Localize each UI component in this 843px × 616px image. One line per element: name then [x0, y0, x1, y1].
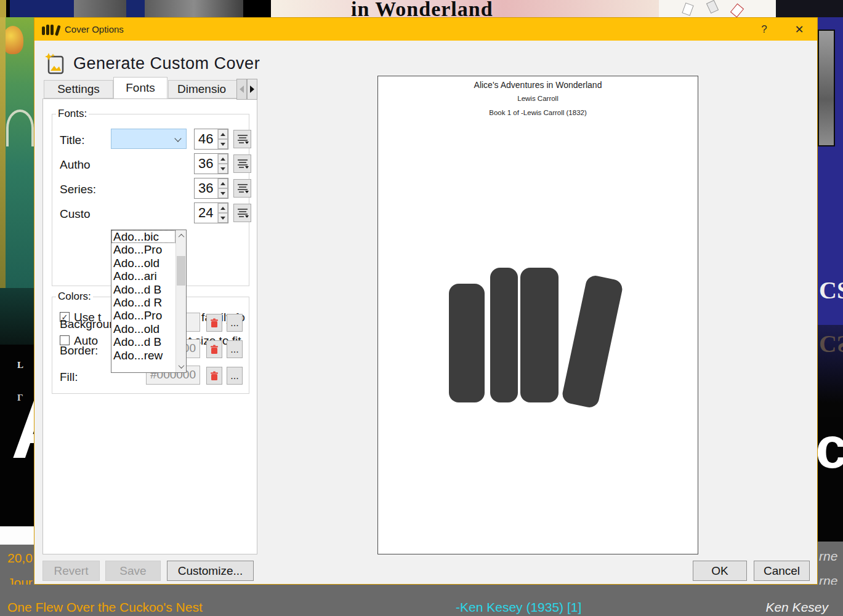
- tab-fonts[interactable]: Fonts: [113, 77, 167, 98]
- series-size-spinner[interactable]: 36: [194, 178, 228, 199]
- spin-down-button[interactable]: [218, 164, 228, 174]
- spin-down-button[interactable]: [218, 213, 228, 223]
- dropdown-item[interactable]: Ado...d R: [111, 296, 175, 309]
- fonts-tab-panel: Fonts: Title: Autho Series: Custo 46 36 …: [42, 98, 257, 554]
- font-family-dropdown-list[interactable]: Ado...bic Ado...Pro Ado...old Ado...ari …: [111, 230, 187, 373]
- dropdown-item[interactable]: Ado...old: [111, 257, 175, 270]
- left-dark: L Γ A: [0, 345, 34, 526]
- custom-align-button[interactable]: [233, 204, 251, 222]
- spin-down-button[interactable]: [218, 139, 228, 149]
- dropdown-item[interactable]: Ado...d B: [111, 335, 175, 348]
- right-big-letter: c: [815, 414, 843, 481]
- title-font-combobox[interactable]: [111, 129, 187, 149]
- chevron-down-icon: [174, 135, 181, 142]
- custom-font-label: Custo: [60, 207, 91, 221]
- calibre-logo-icon: [42, 24, 59, 35]
- dropdown-scrollbar[interactable]: [175, 230, 186, 372]
- tab-scroll-right-button[interactable]: [247, 79, 257, 100]
- align-center-icon: [236, 132, 249, 146]
- cover-photo-1: [74, 0, 126, 17]
- right-row-fragment-1: rne: [819, 549, 837, 564]
- cancel-button[interactable]: Cancel: [754, 561, 810, 581]
- left-spine-olive: [0, 17, 6, 288]
- spin-up-button[interactable]: [218, 178, 228, 188]
- book-list-row[interactable]: One Flew Over the Cuckoo's Nest -Ken Kes…: [0, 598, 843, 616]
- scroll-down-button[interactable]: [176, 361, 186, 372]
- fill-pick-button[interactable]: ...: [227, 367, 243, 385]
- border-color-label: Border:: [60, 344, 98, 358]
- dropdown-item[interactable]: Ado...Pro: [111, 309, 175, 322]
- revert-button[interactable]: Revert: [42, 561, 100, 581]
- tab-settings[interactable]: Settings: [44, 80, 113, 98]
- background-clear-button[interactable]: [206, 314, 222, 332]
- trash-icon: [210, 371, 219, 381]
- dropdown-item[interactable]: Ado...rew: [111, 349, 175, 362]
- left-tiny-letter-1: L: [17, 360, 23, 370]
- fill-color-label: Fill:: [60, 370, 78, 384]
- spin-up-button[interactable]: [218, 203, 228, 213]
- background-pick-button[interactable]: ...: [227, 314, 243, 332]
- save-button[interactable]: Save: [105, 561, 161, 581]
- title-size-value[interactable]: 46: [195, 129, 217, 149]
- ok-button[interactable]: OK: [693, 561, 747, 581]
- preview-author: Lewis Carroll: [378, 95, 698, 102]
- scrollbar-thumb[interactable]: [177, 256, 185, 286]
- spin-down-button[interactable]: [218, 188, 228, 198]
- right-cover-classics: CS: [818, 17, 843, 325]
- dialog-titlebar[interactable]: Cover Options: [34, 18, 817, 41]
- alice-cover-title: in Wonderland: [351, 0, 493, 17]
- tab-scroll-left-button[interactable]: [236, 79, 247, 100]
- right-dark: c: [818, 417, 843, 542]
- align-center-icon: [236, 206, 249, 220]
- close-button[interactable]: ✕: [787, 18, 812, 41]
- border-clear-button[interactable]: [206, 340, 222, 358]
- author-font-label: Autho: [60, 158, 91, 172]
- series-align-button[interactable]: [233, 179, 251, 198]
- calibre-books-logo: [448, 267, 630, 428]
- dropdown-item[interactable]: Ado...bic: [111, 230, 175, 243]
- cover-spine-olive: [0, 0, 6, 17]
- cancel-button-label: Cancel: [764, 564, 800, 578]
- cover-cards: [659, 0, 776, 17]
- author-align-button[interactable]: [233, 154, 251, 173]
- tab-dimensions[interactable]: Dimensio: [168, 80, 247, 98]
- title-align-button[interactable]: [233, 130, 251, 148]
- series-font-label: Series:: [60, 183, 96, 196]
- cover-blue-2: [126, 0, 145, 17]
- fonts-group-label: Fonts:: [56, 108, 89, 120]
- dropdown-item[interactable]: Ado...d B: [111, 283, 175, 296]
- trash-icon: [210, 345, 219, 354]
- title-size-spinner[interactable]: 46: [194, 129, 228, 150]
- dropdown-item[interactable]: Ado...ari: [111, 270, 175, 282]
- arrow-right-icon: [250, 86, 254, 93]
- revert-button-label: Revert: [54, 564, 89, 578]
- series-size-value[interactable]: 36: [195, 178, 217, 198]
- scroll-up-button[interactable]: [176, 230, 186, 242]
- custom-size-value[interactable]: 24: [195, 203, 217, 223]
- right-reflection: CS: [818, 325, 843, 417]
- title-font-label: Title:: [60, 134, 84, 147]
- cover-options-dialog: Cover Options ? ✕ Generate Custom Cover …: [34, 17, 818, 585]
- fill-clear-button[interactable]: [206, 367, 222, 385]
- customize-button[interactable]: Customize...: [167, 561, 254, 581]
- cover-preview: Alice's Adventures in Wonderland Lewis C…: [377, 76, 698, 554]
- tab-dimensions-label: Dimensio: [177, 82, 226, 96]
- page-title: Generate Custom Cover: [73, 54, 260, 73]
- spin-up-button[interactable]: [218, 129, 228, 139]
- border-pick-button[interactable]: ...: [227, 340, 243, 358]
- spin-up-button[interactable]: [218, 154, 228, 164]
- dropdown-item[interactable]: Ado...old: [111, 322, 175, 335]
- tab-settings-label: Settings: [57, 82, 100, 96]
- arrow-left-icon: [240, 86, 244, 93]
- left-row-fragment-1: 20,0: [7, 551, 33, 566]
- custom-size-spinner[interactable]: 24: [194, 202, 228, 223]
- book-row-series: -Ken Kesey (1935) [1]: [456, 600, 581, 615]
- cover-blue-1: [6, 0, 74, 17]
- left-white-sliver: [0, 526, 34, 545]
- author-size-spinner[interactable]: 36: [194, 153, 228, 174]
- author-size-value[interactable]: 36: [195, 154, 217, 174]
- cover-photo-2: [145, 0, 243, 17]
- dropdown-item[interactable]: Ado...Pro: [111, 243, 175, 256]
- help-button[interactable]: ?: [752, 18, 776, 41]
- ok-button-label: OK: [711, 564, 728, 578]
